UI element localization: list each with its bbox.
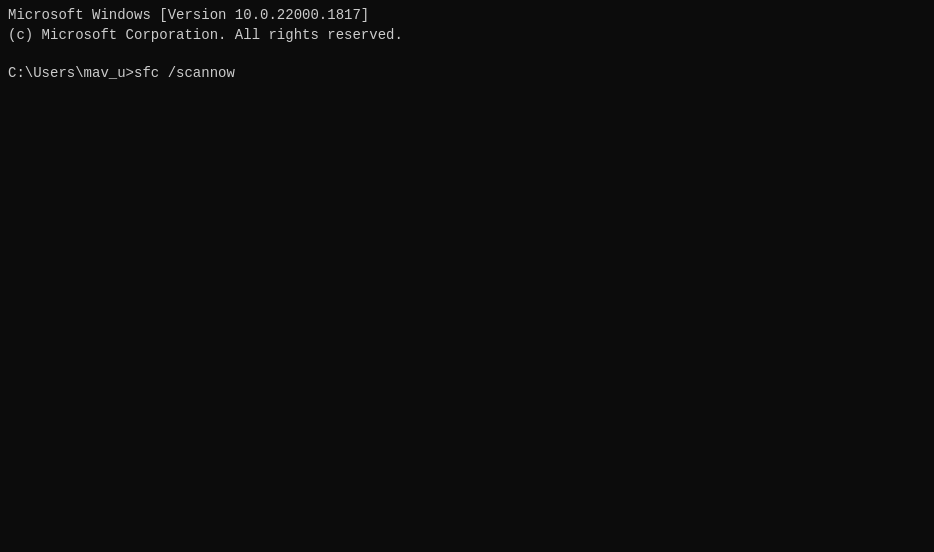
version-line: Microsoft Windows [Version 10.0.22000.18… — [8, 6, 926, 26]
copyright-line: (c) Microsoft Corporation. All rights re… — [8, 26, 926, 46]
prompt-text: C:\Users\mav_u> — [8, 65, 134, 81]
blank-line — [8, 45, 926, 65]
terminal-window[interactable]: Microsoft Windows [Version 10.0.22000.18… — [0, 0, 934, 552]
command-line: C:\Users\mav_u>sfc /scannow — [8, 65, 926, 81]
command-text: sfc /scannow — [134, 65, 235, 81]
